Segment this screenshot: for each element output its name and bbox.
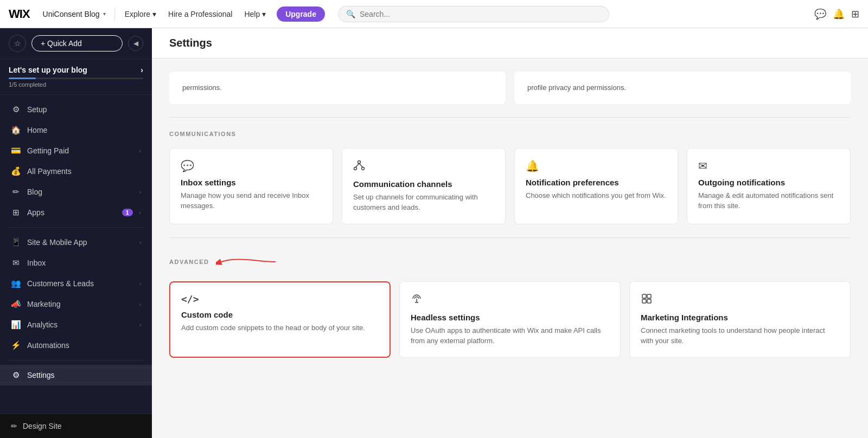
nav-links: Explore ▾ Hire a Professional Help ▾ Upg… xyxy=(119,7,329,22)
sidebar-divider-1 xyxy=(9,227,143,228)
apps-badge: 1 xyxy=(122,209,133,216)
notification-preferences-card[interactable]: 🔔 Notification preferences Choose which … xyxy=(514,148,678,224)
sidebar-item-getting-paid[interactable]: 💳 Getting Paid › xyxy=(0,140,152,161)
svg-rect-9 xyxy=(647,294,651,298)
settings-icon: ⚙ xyxy=(11,370,21,380)
custom-code-card[interactable]: </> Custom code Add custom code snippets… xyxy=(169,281,391,358)
sidebar-item-inbox[interactable]: ✉ Inbox xyxy=(0,253,152,273)
marketing-integrations-card[interactable]: Marketing Integrations Connect marketing… xyxy=(629,281,851,358)
sidebar-item-marketing[interactable]: 📣 Marketing › xyxy=(0,294,152,314)
outgoing-notif-title: Outgoing notifications xyxy=(698,178,839,187)
analytics-icon: 📊 xyxy=(11,320,21,330)
advanced-cards: </> Custom code Add custom code snippets… xyxy=(169,281,851,358)
outgoing-notifications-card[interactable]: ✉ Outgoing notifications Manage & edit a… xyxy=(687,148,851,224)
search-input[interactable] xyxy=(360,10,601,18)
custom-code-icon: </> xyxy=(181,293,379,305)
comm-channels-title: Communication channels xyxy=(353,179,494,189)
outgoing-notif-desc: Manage & edit automated notifications se… xyxy=(698,190,839,211)
marketing-icon: 📣 xyxy=(11,299,21,309)
comm-channels-icon xyxy=(353,159,494,174)
arrow-annotation xyxy=(216,251,281,273)
automations-icon: ⚡ xyxy=(11,340,21,350)
sidebar-item-home[interactable]: 🏠 Home xyxy=(0,120,152,140)
setup-title[interactable]: Let's set up your blog › xyxy=(9,66,143,74)
custom-code-title: Custom code xyxy=(181,310,379,319)
nav-divider xyxy=(114,8,115,21)
wix-logo: WIX xyxy=(9,7,30,21)
svg-line-3 xyxy=(356,163,360,167)
sidebar-item-site-mobile[interactable]: 📱 Site & Mobile App › xyxy=(0,232,152,253)
partial-top-cards: permissions. profile privacy and permiss… xyxy=(169,72,851,104)
blog-chevron: › xyxy=(139,189,141,195)
site-selector[interactable]: UniConsent Blog ▾ xyxy=(39,8,110,21)
sidebar-item-automations[interactable]: ⚡ Automations xyxy=(0,335,152,356)
svg-rect-10 xyxy=(642,299,646,303)
getting-paid-chevron: › xyxy=(139,148,141,154)
advanced-section-label: ADVANCED xyxy=(169,259,209,265)
page-title: Settings xyxy=(169,37,851,58)
communication-channels-card[interactable]: Communication channels Set up channels f… xyxy=(342,148,506,224)
notif-pref-icon: 🔔 xyxy=(526,159,667,172)
setup-section: Let's set up your blog › 1/5 completed xyxy=(0,59,152,95)
upgrade-button[interactable]: Upgrade xyxy=(277,7,325,22)
chat-icon[interactable]: 💬 xyxy=(814,8,826,20)
setup-count: 1/5 completed xyxy=(9,81,143,88)
partial-card-1-desc: profile privacy and permissions. xyxy=(527,82,838,93)
settings-content-area: Settings permissions. profile privacy an… xyxy=(152,28,868,438)
svg-line-4 xyxy=(359,163,363,167)
apps-icon: ⊞ xyxy=(11,208,21,217)
divider-2 xyxy=(169,237,851,238)
help-chevron: ▾ xyxy=(262,10,266,18)
page-header: Settings xyxy=(152,28,868,59)
sidebar-top: ☆ + Quick Add ◀ xyxy=(0,28,152,59)
svg-rect-11 xyxy=(647,299,651,303)
advanced-header-row: ADVANCED xyxy=(169,251,851,273)
settings-main: permissions. profile privacy and permiss… xyxy=(152,59,868,371)
main-layout: ☆ + Quick Add ◀ Let's set up your blog ›… xyxy=(0,28,868,438)
inbox-settings-icon: 💬 xyxy=(181,159,322,172)
sidebar-item-setup[interactable]: ⚙ Setup xyxy=(0,99,152,120)
sidebar-divider-2 xyxy=(9,360,143,360)
explore-chevron: ▾ xyxy=(152,10,156,18)
notif-pref-title: Notification preferences xyxy=(526,178,667,187)
bell-icon[interactable]: 🔔 xyxy=(833,8,845,20)
home-icon: 🏠 xyxy=(11,125,21,135)
design-site-icon: ✏ xyxy=(11,422,17,430)
nav-explore[interactable]: Explore ▾ xyxy=(119,7,162,22)
partial-card-0-desc: permissions. xyxy=(182,82,493,93)
sidebar-item-blog[interactable]: ✏ Blog › xyxy=(0,182,152,202)
top-nav: WIX UniConsent Blog ▾ Explore ▾ Hire a P… xyxy=(0,0,868,28)
analytics-chevron: › xyxy=(139,322,141,328)
sidebar-item-apps[interactable]: ⊞ Apps 1 › xyxy=(0,202,152,223)
design-site-bar[interactable]: ✏ Design Site xyxy=(0,414,152,438)
all-payments-icon: 💰 xyxy=(11,166,21,176)
getting-paid-icon: 💳 xyxy=(11,146,21,156)
inbox-icon: ✉ xyxy=(11,258,21,268)
svg-rect-8 xyxy=(642,294,646,298)
marketing-integrations-desc: Connect marketing tools to understand ho… xyxy=(641,325,839,346)
setup-progress-bar xyxy=(9,78,143,79)
comm-channels-desc: Set up channels for communicating with c… xyxy=(353,192,494,213)
site-name: UniConsent Blog xyxy=(43,10,100,18)
sidebar-item-all-payments[interactable]: 💰 All Payments xyxy=(0,161,152,182)
partial-card-1: profile privacy and permissions. xyxy=(514,72,851,104)
sidebar: ☆ + Quick Add ◀ Let's set up your blog ›… xyxy=(0,28,152,438)
collapse-sidebar-button[interactable]: ◀ xyxy=(128,36,143,51)
nav-help[interactable]: Help ▾ xyxy=(239,7,271,22)
inbox-settings-card[interactable]: 💬 Inbox settings Manage how you send and… xyxy=(169,148,333,224)
communications-section-label: COMMUNICATIONS xyxy=(169,131,851,137)
notif-pref-desc: Choose which notifications you get from … xyxy=(526,190,667,201)
sidebar-item-settings[interactable]: ⚙ Settings xyxy=(0,365,152,385)
sidebar-item-analytics[interactable]: 📊 Analytics › xyxy=(0,314,152,335)
sidebar-item-customers-leads[interactable]: 👥 Customers & Leads › xyxy=(0,273,152,294)
marketing-integrations-icon xyxy=(641,293,839,307)
communications-cards: 💬 Inbox settings Manage how you send and… xyxy=(169,148,851,224)
star-button[interactable]: ☆ xyxy=(9,35,26,52)
nav-hire[interactable]: Hire a Professional xyxy=(163,7,238,22)
apps-chevron: › xyxy=(139,210,141,216)
quick-add-button[interactable]: + Quick Add xyxy=(31,35,123,51)
grid-icon[interactable]: ⊞ xyxy=(851,8,859,20)
marketing-integrations-title: Marketing Integrations xyxy=(641,313,839,322)
svg-point-1 xyxy=(354,167,357,170)
headless-settings-card[interactable]: Headless settings Use OAuth apps to auth… xyxy=(399,281,621,358)
